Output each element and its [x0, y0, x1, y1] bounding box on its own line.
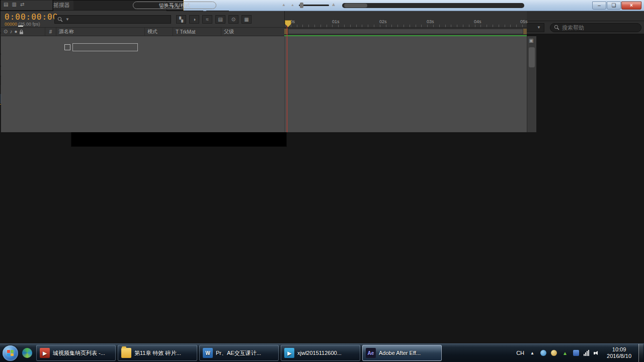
comp-marker-icon[interactable]: ▣	[529, 38, 533, 43]
composition-mini-flow-icon[interactable]: ▚	[176, 15, 186, 24]
tray-update-icon[interactable]: ▲	[561, 349, 569, 356]
tray-app-icon[interactable]	[573, 350, 579, 356]
taskbar-button-active[interactable]: Ae Adobe After Eff...	[362, 345, 442, 361]
toggle-switches-modes-button[interactable]: 切换开关/模式	[133, 2, 216, 9]
shy-icon[interactable]: ≈	[202, 15, 212, 24]
eye-icon[interactable]: ⊙	[4, 29, 8, 34]
column-number[interactable]: #	[45, 28, 56, 36]
zoom-slider-handle[interactable]	[300, 3, 303, 8]
folder-icon	[121, 348, 131, 358]
system-tray: CH ▲ ▲ 10:09 2016/8/10	[516, 346, 636, 359]
timeline-panel: ▦合成 1× ▼≡ 0:00:00:00 00000 (25.00 fps) ▼…	[0, 0, 53, 11]
timeline-header: 0:00:00:00 00000 (25.00 fps) ▼ ▚ ◑ ≈ ▤ ⊙…	[1, 11, 284, 27]
windows-taskbar: ▶ 城视频集纳页列表 -... 第11章 特效 碎片... W Pr、AE交互课…	[0, 343, 644, 362]
close-button[interactable]: ×	[621, 2, 641, 10]
timeline-zoom-slider[interactable]	[299, 5, 329, 6]
clock-time: 10:09	[607, 346, 631, 353]
column-mode[interactable]: 模式	[145, 28, 173, 36]
language-indicator[interactable]: CH	[516, 350, 524, 356]
taskbar-clock[interactable]: 10:09 2016/8/10	[604, 346, 634, 359]
ruler-tick: 05s	[520, 19, 528, 24]
playhead-line[interactable]	[287, 26, 287, 132]
search-icon	[57, 17, 63, 22]
zoom-in-mountain-icon[interactable]: ▲	[331, 2, 336, 7]
expand-inout-icon[interactable]: ⇄	[20, 2, 24, 7]
tab-wiggler[interactable]: 摇摆器	[50, 1, 73, 10]
column-trkmat[interactable]: T TrkMat	[173, 28, 221, 36]
tray-messenger-icon[interactable]	[540, 350, 546, 356]
hscrollbar-thumb[interactable]	[344, 4, 367, 8]
quick-launch-browser-icon[interactable]	[20, 346, 34, 360]
audio-icon[interactable]: ♪	[10, 29, 12, 34]
graph-editor-icon[interactable]: ▦	[242, 15, 252, 24]
taskbar-button[interactable]: W Pr、AE交互课计...	[199, 345, 279, 361]
tray-safety-icon[interactable]	[551, 350, 557, 356]
collapse-icon[interactable]: ▲	[282, 3, 286, 7]
show-desktop-button[interactable]	[638, 344, 643, 362]
clock-date: 2016/8/10	[607, 353, 631, 359]
layer-columns-header: ⊙ ♪ ● # 源名称 模式 T TrkMat 父级	[1, 27, 284, 36]
av-features-header: ⊙ ♪ ●	[1, 28, 45, 36]
motion-blur-icon[interactable]: ⊙	[228, 15, 238, 24]
help-search-input[interactable]	[562, 25, 637, 31]
rendered-frames-bar	[284, 35, 527, 36]
ruler-tick: 04s	[474, 19, 481, 24]
layer-name-field[interactable]	[72, 43, 138, 51]
column-parent[interactable]: 父级	[221, 28, 284, 36]
column-source-name[interactable]: 源名称	[56, 28, 145, 36]
timeline-vscrollbar[interactable]: ▣	[527, 36, 536, 132]
zoom-out-mountain-icon[interactable]: ▲	[291, 3, 294, 7]
after-effects-icon: Ae	[366, 348, 376, 358]
taskbar-button[interactable]: ▶ 城视频集纳页列表 -...	[36, 345, 116, 361]
timeline-search[interactable]: ▼	[54, 15, 171, 24]
timeline-footer: ▤ ▥ ⇄ 切换开关/模式 ▲ ▲ ▲	[1, 0, 52, 10]
draft-3d-icon[interactable]: ◑	[189, 15, 199, 24]
timeline-hscrollbar[interactable]	[342, 3, 524, 8]
help-search[interactable]	[550, 23, 641, 32]
minimize-button[interactable]: –	[592, 2, 606, 10]
layer-checkbox[interactable]	[64, 44, 70, 50]
video-site-icon: ▶	[40, 348, 50, 358]
ruler-tick: 02s	[379, 19, 387, 24]
hidden-icons-chevron[interactable]: ▲	[529, 349, 536, 356]
ruler-tick: 03s	[427, 19, 434, 24]
lock-icon[interactable]	[19, 29, 24, 35]
start-button[interactable]	[3, 345, 18, 361]
ruler-tick: 01s	[332, 19, 340, 24]
solo-icon[interactable]: ●	[14, 29, 17, 34]
after-effects-window: Ae Adobe After Effects - 11.aep * – ❏ × …	[0, 0, 644, 362]
expand-modes-icon[interactable]: ▥	[12, 2, 16, 7]
current-timecode[interactable]: 0:00:00:00	[5, 12, 58, 22]
volume-icon[interactable]	[594, 350, 599, 356]
chevron-down-icon: ▼	[537, 25, 541, 30]
maximize-button[interactable]: ❏	[607, 2, 621, 10]
work-area-end-handle[interactable]	[523, 29, 527, 34]
network-icon[interactable]	[584, 350, 589, 356]
taskbar-button[interactable]: ▶ xjwl2015112600...	[281, 345, 360, 361]
frame-blend-icon[interactable]: ▤	[215, 15, 225, 24]
expand-layers-icon[interactable]: ▤	[4, 2, 8, 7]
time-ruler[interactable]: :00s 01s 02s 03s 04s 05s	[284, 11, 527, 27]
taskbar-button[interactable]: 第11章 特效 碎片...	[118, 345, 197, 361]
timeline-toggles: ▚ ◑ ≈ ▤ ⊙ ▦	[176, 15, 252, 24]
chevron-down-icon[interactable]: ▼	[65, 17, 69, 22]
search-icon	[554, 25, 559, 30]
layer-track-area[interactable]	[1, 36, 527, 132]
word-icon: W	[203, 348, 213, 358]
media-player-icon: ▶	[284, 348, 294, 358]
window-controls: – ❏ ×	[592, 2, 641, 10]
windows-logo-icon	[7, 350, 14, 356]
